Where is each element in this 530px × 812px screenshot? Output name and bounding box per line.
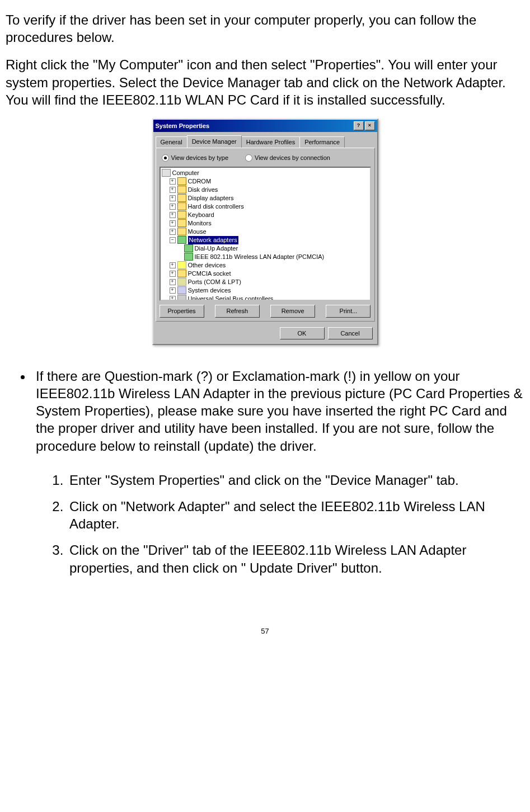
window-title: System Properties xyxy=(156,122,353,130)
tree-label: Monitors xyxy=(188,219,212,228)
tree-item[interactable]: +System devices xyxy=(162,286,369,295)
tree-child[interactable]: Dial-Up Adapter xyxy=(162,244,369,253)
step-item: Click on the "Driver" tab of the IEEE802… xyxy=(67,541,524,576)
tab-strip: General Device Manager Hardware Profiles… xyxy=(153,132,377,148)
ports-icon xyxy=(177,278,186,286)
radio-view-by-type[interactable]: View devices by type xyxy=(162,154,229,162)
step-item: Click on "Network Adapter" and select th… xyxy=(67,498,524,532)
collapse-icon[interactable]: − xyxy=(170,237,176,243)
tab-general[interactable]: General xyxy=(156,136,187,149)
expand-icon[interactable]: + xyxy=(170,195,176,201)
tree-child[interactable]: IEEE 802.11b Wireless LAN Adapter (PCMCI… xyxy=(162,253,369,261)
adapter-icon xyxy=(184,253,193,261)
ok-button[interactable]: OK xyxy=(280,327,325,339)
expand-icon[interactable]: + xyxy=(170,187,176,193)
tab-device-manager[interactable]: Device Manager xyxy=(187,135,242,148)
expand-icon[interactable]: + xyxy=(170,287,176,294)
tree-label: Other devices xyxy=(188,261,226,270)
help-button[interactable]: ? xyxy=(354,121,364,130)
tree-item[interactable]: +Hard disk controllers xyxy=(162,202,369,211)
paragraph-intro: To verify if the driver has been set in … xyxy=(6,11,524,46)
tree-item[interactable]: +Universal Serial Bus controllers xyxy=(162,295,369,301)
expand-icon[interactable]: + xyxy=(170,178,176,185)
tree-item-network[interactable]: −Network adapters xyxy=(162,236,369,244)
page-number: 57 xyxy=(6,627,524,636)
properties-button[interactable]: Properties xyxy=(160,305,204,317)
expand-icon[interactable]: + xyxy=(170,212,176,218)
display-icon xyxy=(177,194,186,202)
tab-hardware-profiles[interactable]: Hardware Profiles xyxy=(241,136,300,149)
tree-label: Display adapters xyxy=(188,194,234,202)
tree-label: Ports (COM & LPT) xyxy=(188,278,241,286)
tab-performance[interactable]: Performance xyxy=(299,136,345,149)
bullet-list: If there are Question-mark (?) or Exclam… xyxy=(6,367,524,455)
tree-item[interactable]: +Display adapters xyxy=(162,194,369,202)
radio-dot-icon xyxy=(162,154,169,162)
view-mode-radios: View devices by type View devices by con… xyxy=(160,153,371,166)
cdrom-icon xyxy=(177,177,186,185)
tree-item[interactable]: +Ports (COM & LPT) xyxy=(162,278,369,286)
tree-label: System devices xyxy=(188,286,231,295)
tree-item[interactable]: +Keyboard xyxy=(162,211,369,219)
network-icon xyxy=(177,236,186,244)
expand-icon[interactable]: + xyxy=(170,204,176,210)
system-devices-icon xyxy=(177,286,186,294)
pcmcia-icon xyxy=(177,270,186,277)
expand-icon[interactable]: + xyxy=(170,262,176,268)
radio-label-connection: View devices by connection xyxy=(255,154,330,162)
tree-label-selected: Network adapters xyxy=(188,236,238,244)
tree-button-row: Properties Refresh Remove Print... xyxy=(160,305,371,317)
tree-child-label: IEEE 802.11b Wireless LAN Adapter (PCMCI… xyxy=(195,253,325,261)
system-properties-dialog: System Properties ? × General Device Man… xyxy=(152,119,378,345)
tree-item[interactable]: +Disk drives xyxy=(162,186,369,194)
tree-label: PCMCIA socket xyxy=(188,270,231,278)
radio-dot-icon xyxy=(245,154,252,162)
expand-icon[interactable]: + xyxy=(170,229,176,235)
tree-item[interactable]: +CDROM xyxy=(162,177,369,186)
close-button[interactable]: × xyxy=(365,121,375,130)
disk-icon xyxy=(177,186,186,193)
radio-view-by-connection[interactable]: View devices by connection xyxy=(245,154,330,162)
tree-root[interactable]: Computer xyxy=(162,169,369,177)
cancel-button[interactable]: Cancel xyxy=(328,327,373,339)
tree-item[interactable]: +Mouse xyxy=(162,228,369,236)
tree-label: Mouse xyxy=(188,228,207,236)
dialog-button-row: OK Cancel xyxy=(153,325,377,344)
mouse-icon xyxy=(177,228,186,235)
tree-label: Keyboard xyxy=(188,211,214,219)
step-item: Enter "System Properties" and click on t… xyxy=(67,471,524,489)
computer-icon xyxy=(162,169,171,177)
paragraph-instructions: Right click the "My Computer" icon and t… xyxy=(6,56,524,108)
remove-button[interactable]: Remove xyxy=(270,305,315,317)
screenshot-container: System Properties ? × General Device Man… xyxy=(6,119,524,345)
expand-icon[interactable]: + xyxy=(170,271,176,277)
hdd-icon xyxy=(177,202,186,210)
tree-item[interactable]: +PCMCIA socket xyxy=(162,270,369,278)
device-tree[interactable]: Computer +CDROM +Disk drives +Display ad… xyxy=(160,167,371,301)
other-devices-icon xyxy=(177,261,186,269)
tree-label: Universal Serial Bus controllers xyxy=(188,295,274,301)
keyboard-icon xyxy=(177,211,186,219)
tree-item[interactable]: +Monitors xyxy=(162,219,369,228)
numbered-steps: Enter "System Properties" and click on t… xyxy=(6,471,524,577)
bullet-item: If there are Question-mark (?) or Exclam… xyxy=(32,367,524,455)
expand-icon[interactable]: + xyxy=(170,296,176,301)
refresh-button[interactable]: Refresh xyxy=(215,305,260,317)
tree-label: Hard disk controllers xyxy=(188,202,244,211)
expand-icon[interactable]: + xyxy=(170,220,176,226)
expand-icon[interactable]: + xyxy=(170,279,176,285)
tree-label: CDROM xyxy=(188,177,212,186)
titlebar: System Properties ? × xyxy=(153,120,377,132)
tab-panel: View devices by type View devices by con… xyxy=(156,148,375,321)
monitor-icon xyxy=(177,219,186,227)
tree-child-label: Dial-Up Adapter xyxy=(195,244,238,253)
tree-label: Disk drives xyxy=(188,186,218,194)
radio-label-type: View devices by type xyxy=(171,154,229,162)
tree-item[interactable]: +Other devices xyxy=(162,261,369,270)
adapter-icon xyxy=(184,244,193,252)
tree-root-label: Computer xyxy=(172,169,199,177)
print-button[interactable]: Print... xyxy=(326,305,370,317)
usb-icon xyxy=(177,295,186,301)
